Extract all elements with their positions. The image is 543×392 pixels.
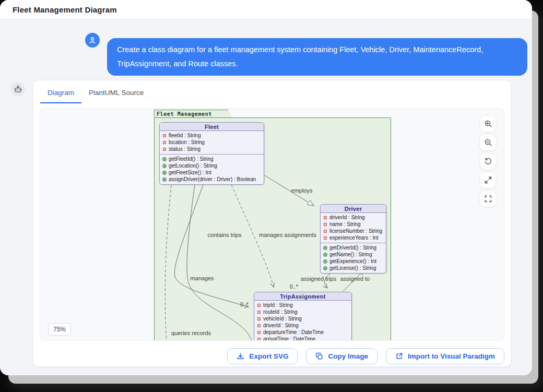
class-attribute: driverId : String xyxy=(263,323,299,328)
method-icon xyxy=(323,259,327,264)
attribute-icon xyxy=(257,324,261,327)
class-attribute: driverId : String xyxy=(329,215,365,220)
attribute-icon xyxy=(324,216,327,219)
export-svg-button[interactable]: Export SVG xyxy=(227,348,298,364)
method-icon xyxy=(323,253,327,257)
button-label: Export SVG xyxy=(249,352,288,360)
method-icon xyxy=(162,164,167,168)
attribute-icon xyxy=(163,148,166,151)
class-attribute: vehicleId : String xyxy=(263,316,302,322)
class-method: assignDriver(driver : Driver) : Boolean xyxy=(169,176,256,182)
class-attribute: licenseNumber : String xyxy=(329,228,382,234)
window-header: Fleet Management Diagram xyxy=(0,0,532,19)
attribute-icon xyxy=(324,230,327,233)
expand-button[interactable] xyxy=(479,172,497,188)
method-icon xyxy=(162,177,167,182)
class-method: getDriverId() : String xyxy=(329,245,376,251)
attribute-icon xyxy=(257,311,261,314)
button-label: Copy Image xyxy=(328,352,368,360)
zoom-out-button[interactable] xyxy=(479,134,497,151)
edge-label: employs xyxy=(291,187,313,194)
attribute-icon xyxy=(257,331,261,334)
fullscreen-icon xyxy=(484,195,492,203)
edge-queries-records xyxy=(165,181,172,341)
zoom-controls xyxy=(479,115,497,207)
class-attribute: experienceYears : Int xyxy=(329,235,379,241)
reset-view-button[interactable] xyxy=(479,153,497,170)
class-tripassignment: TripAssignment tripId : String routeId :… xyxy=(254,292,352,341)
edge-label: queries records xyxy=(171,330,211,336)
reset-icon xyxy=(484,157,492,165)
assistant-avatar xyxy=(10,82,25,97)
edge-label: assigned trips xyxy=(301,276,336,282)
attribute-icon xyxy=(163,134,166,137)
button-label: Import to Visual Paradigm xyxy=(408,352,495,360)
tab-diagram[interactable]: Diagram xyxy=(40,84,81,103)
class-fleet: Fleet fleetId : String location : String… xyxy=(159,122,264,185)
attribute-icon xyxy=(257,317,261,320)
expand-icon xyxy=(484,176,492,184)
external-link-icon xyxy=(395,352,403,360)
edge-label: manages xyxy=(190,275,214,281)
class-method: getFleetId() : String xyxy=(169,156,214,162)
person-icon xyxy=(88,36,97,44)
action-buttons: Export SVG Copy Image Import to Visual P… xyxy=(227,348,504,364)
class-method: getName() : String xyxy=(329,252,372,257)
copy-icon xyxy=(315,352,323,360)
zoom-out-icon xyxy=(484,138,492,147)
class-attribute: routeId : String xyxy=(263,309,298,315)
attribute-icon xyxy=(257,338,261,341)
class-attribute: location : String xyxy=(169,139,205,145)
class-attribute: departureTime : DateTime xyxy=(263,329,324,335)
method-icon xyxy=(323,246,327,250)
method-icon xyxy=(323,266,327,270)
class-method: getExperience() : Int xyxy=(329,258,376,264)
attribute-icon xyxy=(257,304,261,307)
attribute-icon xyxy=(324,223,327,226)
class-attribute: tripId : String xyxy=(263,302,293,308)
class-title: Fleet xyxy=(160,123,264,131)
edge-manages xyxy=(187,181,252,341)
app-window: Fleet Management Diagram Create a class … xyxy=(0,0,532,375)
class-attribute: name : String xyxy=(329,221,360,227)
class-method: getLocation() : String xyxy=(169,163,217,169)
copy-image-button[interactable]: Copy Image xyxy=(306,348,377,364)
fullscreen-button[interactable] xyxy=(479,191,497,207)
diagram-canvas[interactable]: Fleet Management System xyxy=(40,108,504,341)
edge-label: assigned to xyxy=(340,276,370,282)
user-message-bubble: Create a class diagram for a fleet manag… xyxy=(107,38,527,76)
method-icon xyxy=(162,157,167,161)
class-driver: Driver driverId : String name : String l… xyxy=(320,204,386,274)
edge-label: manages assignments xyxy=(259,232,317,238)
multiplicity-label: 0..* xyxy=(240,301,249,307)
class-method: getFleetSize() : Int xyxy=(169,170,211,175)
user-avatar xyxy=(85,33,100,47)
edge-label: contains trips xyxy=(208,232,242,238)
class-attribute: fleetId : String xyxy=(169,133,201,138)
attribute-icon xyxy=(324,236,327,240)
zoom-level-badge: 75% xyxy=(48,323,71,336)
page-title: Fleet Management Diagram xyxy=(13,5,117,14)
tab-plantuml-source[interactable]: PlantUML Source xyxy=(81,84,151,103)
class-title: Driver xyxy=(321,205,386,213)
class-attribute: arrivalTime : DateTime xyxy=(263,336,315,341)
multiplicity-label: 0..* xyxy=(290,283,298,290)
class-method: getLicense() : String xyxy=(329,265,376,271)
edge-contains-trips xyxy=(174,181,249,307)
zoom-in-icon xyxy=(484,120,492,128)
chat-content: Create a class diagram for a fleet manag… xyxy=(0,19,532,375)
method-icon xyxy=(162,171,167,175)
tab-bar: Diagram PlantUML Source xyxy=(33,80,511,103)
import-to-visual-paradigm-button[interactable]: Import to Visual Paradigm xyxy=(386,348,504,364)
class-attribute: status : String xyxy=(169,146,200,152)
attribute-icon xyxy=(163,141,166,144)
diagram-panel: Diagram PlantUML Source Fleet Management… xyxy=(32,80,512,367)
robot-icon xyxy=(14,85,22,94)
class-title: TripAssignment xyxy=(254,292,351,301)
zoom-in-button[interactable] xyxy=(479,115,497,132)
download-icon xyxy=(237,352,244,360)
